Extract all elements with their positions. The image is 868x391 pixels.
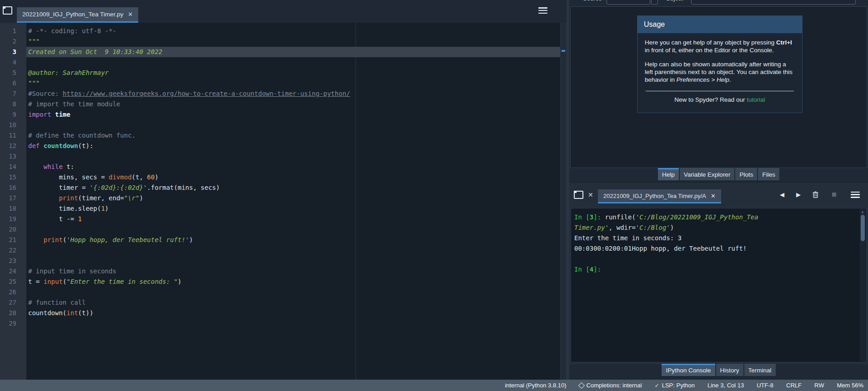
code-line[interactable]: 15 mins, secs = divmod(t, 60) [0, 172, 560, 183]
interrupt-kernel-icon[interactable] [832, 193, 836, 197]
code-text [26, 151, 560, 162]
tab-help[interactable]: Help [658, 168, 679, 180]
next-console-icon[interactable]: ▶ [796, 191, 801, 198]
code-line[interactable]: 24# input time in seconds [0, 266, 560, 277]
console-options-menu-icon[interactable] [851, 192, 860, 198]
code-line[interactable]: 28countdown(int(t)) [0, 308, 560, 318]
status-bar: internal (Python 3.8.10)Completions: int… [0, 380, 868, 391]
line-number: 4 [0, 57, 26, 68]
code-line[interactable]: 26 [0, 287, 560, 297]
code-text: while t: [26, 162, 560, 172]
code-line[interactable]: 7#Source: https://www.geeksforgeeks.org/… [0, 89, 560, 99]
code-line[interactable]: 1# -*- coding: utf-8 -*- [0, 26, 560, 36]
tab-ipython-console[interactable]: IPython Console [662, 364, 715, 376]
console-tab-active[interactable]: 20221009_IGJ_Python_Tea Timer.py/A ✕ [598, 189, 721, 203]
editor-options-menu-icon[interactable] [538, 7, 547, 14]
line-number: 26 [0, 287, 26, 297]
code-line[interactable]: 11# define the countdown func. [0, 130, 560, 141]
previous-console-icon[interactable]: ◀ [780, 191, 784, 198]
line-number: 5 [0, 68, 26, 78]
code-line[interactable]: 27# function call [0, 297, 560, 308]
tutorial-link[interactable]: tutorial [747, 96, 765, 103]
usage-footer: New to Spyder? Read our tutorial [645, 96, 795, 106]
code-line[interactable]: 10 [0, 120, 560, 130]
ipython-console-panel: ✕ 20221009_IGJ_Python_Tea Timer.py/A ✕ ◀… [569, 182, 868, 365]
tab-files[interactable]: Files [758, 168, 779, 180]
code-text: #Source: https://www.geeksforgeeks.org/h… [26, 89, 560, 99]
code-line[interactable]: 12def countdown(t): [0, 141, 560, 151]
line-number: 23 [0, 256, 26, 266]
line-number: 25 [0, 277, 26, 287]
console-scrollbar[interactable]: ▲ [860, 209, 866, 361]
source-label: Source [583, 0, 602, 2]
code-text: timer = '{:02d}:{:02d}'.format(mins, sec… [26, 183, 560, 193]
code-text: import time [26, 109, 560, 120]
tab-plots[interactable]: Plots [735, 168, 757, 180]
code-line[interactable]: 25t = input("Enter the time in seconds: … [0, 277, 560, 287]
close-icon[interactable]: ✕ [711, 193, 716, 199]
code-text: # import the time module [26, 99, 560, 109]
scroll-up-arrow-icon[interactable]: ▲ [861, 210, 864, 214]
combobox-arrow-button[interactable] [651, 0, 658, 5]
editor-code-area[interactable]: 1# -*- coding: utf-8 -*-2"""3Created on … [0, 23, 567, 380]
console-output-area[interactable]: In [3]: runfile('C:/Blog/20221009_IGJ_Py… [571, 208, 867, 362]
line-number: 21 [0, 235, 26, 245]
code-line[interactable]: 14 while t: [0, 162, 560, 172]
code-line[interactable]: 29 [0, 318, 560, 329]
code-text [26, 318, 560, 329]
usage-paragraph-1: Here you can get help of any object by p… [645, 39, 795, 54]
code-line[interactable]: 19 t -= 1 [0, 214, 560, 224]
line-number: 15 [0, 172, 26, 183]
code-text: # input time in seconds [26, 266, 560, 277]
code-line[interactable]: 13 [0, 151, 560, 162]
status-crlf: CRLF [786, 382, 802, 389]
code-text: time.sleep(1) [26, 203, 560, 214]
editor-scrollbar[interactable] [560, 23, 567, 380]
scrollbar-current-line-marker [562, 50, 565, 52]
object-input[interactable] [691, 0, 856, 5]
code-line[interactable]: 5@author: SarahEhrmayr [0, 68, 560, 78]
scrollbar-thumb[interactable] [861, 215, 865, 241]
source-combobox[interactable]: Console [607, 0, 650, 5]
close-console-icon[interactable]: ✕ [588, 191, 593, 198]
code-text: t -= 1 [26, 214, 560, 224]
console-bottom-tabs: IPython ConsoleHistoryTerminal [569, 364, 868, 376]
code-line[interactable]: 3Created on Sun Oct 9 10:33:40 2022 [0, 47, 560, 57]
code-text: def countdown(t): [26, 141, 560, 151]
console-line: Timer.py', wdir='C:/Blog') [574, 223, 858, 233]
code-line[interactable]: 22 [0, 245, 560, 256]
console-line: Enter the time in seconds: 3 [574, 233, 858, 243]
editor-tab-active[interactable]: 20221009_IGJ_Python_Tea Timer.py ✕ [17, 7, 138, 23]
line-number: 20 [0, 224, 26, 235]
close-icon[interactable]: ✕ [128, 11, 133, 18]
console-tab-title: 20221009_IGJ_Python_Tea Timer.py/A [603, 193, 706, 199]
code-line[interactable]: 9import time [0, 109, 560, 120]
browse-tabs-icon[interactable] [3, 6, 12, 15]
code-line[interactable]: 21 print('Hopp hopp, der Teebeutel ruft!… [0, 235, 560, 245]
tab-terminal[interactable]: Terminal [744, 364, 776, 376]
line-number: 12 [0, 141, 26, 151]
code-line[interactable]: 2""" [0, 36, 560, 47]
code-line[interactable]: 8# import the time module [0, 99, 560, 109]
completions-icon [578, 382, 584, 388]
code-line[interactable]: 18 time.sleep(1) [0, 203, 560, 214]
line-number: 13 [0, 151, 26, 162]
line-number: 8 [0, 99, 26, 109]
tab-history[interactable]: History [716, 364, 743, 376]
trash-icon[interactable] [813, 191, 818, 198]
code-line[interactable]: 16 timer = '{:02d}:{:02d}'.format(mins, … [0, 183, 560, 193]
code-text [26, 120, 560, 130]
code-line[interactable]: 17 print(timer, end="\r") [0, 193, 560, 203]
tab-variable-explorer[interactable]: Variable Explorer [680, 168, 735, 180]
line-number: 14 [0, 162, 26, 172]
code-line[interactable]: 6""" [0, 78, 560, 89]
browse-tabs-icon[interactable] [574, 191, 583, 199]
code-line[interactable]: 20 [0, 224, 560, 235]
code-line[interactable]: 4 [0, 57, 560, 68]
code-text: """ [26, 78, 560, 89]
status-mem-56: Mem 56% [837, 382, 863, 389]
object-label: Object [666, 0, 683, 2]
check-icon: ✓ [655, 382, 659, 389]
line-number: 9 [0, 109, 26, 120]
code-line[interactable]: 23 [0, 256, 560, 266]
